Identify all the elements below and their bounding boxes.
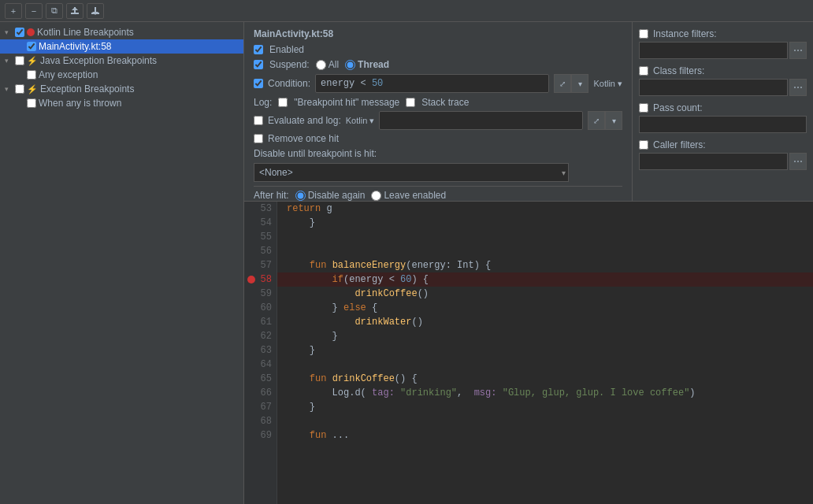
- class-filters-row: Class filters: ⋯: [639, 65, 807, 96]
- evaluate-kotlin-button[interactable]: Kotlin ▾: [346, 116, 375, 126]
- class-filters-label: Class filters:: [653, 65, 704, 76]
- add-breakpoint-button[interactable]: +: [5, 3, 22, 19]
- condition-checkbox[interactable]: [254, 79, 263, 88]
- code-line-67: }: [277, 400, 813, 414]
- caller-filters-checkbox[interactable]: [639, 140, 648, 150]
- tree-group-exception[interactable]: ▾ ⚡ Exception Breakpoints: [0, 82, 243, 96]
- pass-count-row: Pass count:: [639, 102, 807, 133]
- disable-select[interactable]: <None>: [254, 163, 569, 182]
- all-radio-label: All: [316, 59, 339, 70]
- evaluate-input[interactable]: [383, 115, 579, 126]
- log-label: Log:: [254, 97, 272, 108]
- code-line-53: return g: [277, 202, 813, 216]
- breakpoint-hit-checkbox[interactable]: [278, 98, 288, 107]
- stack-trace-checkbox[interactable]: [406, 98, 415, 107]
- filters-panel: Instance filters: ⋯ Class filters:: [632, 22, 813, 201]
- code-line-60: } else {: [277, 301, 813, 315]
- condition-text: energy < 50: [321, 78, 383, 89]
- code-line-58: if(energy < 60) {: [277, 272, 813, 287]
- tree-item-mainactivity[interactable]: MainActivity.kt:58: [0, 39, 243, 54]
- code-line-56: [277, 244, 813, 258]
- breakpoint-indicator: [247, 276, 255, 284]
- breakpoint-title: MainActivity.kt:58: [254, 28, 622, 39]
- code-gutter: 53 54 55 56 57 58 59 60 61 62 63 64 65 6…: [244, 202, 277, 504]
- caller-filters-input[interactable]: [639, 153, 788, 170]
- condition-dropdown-button[interactable]: ▾: [571, 74, 588, 93]
- code-line-57: fun balanceEnergy(energy: Int) {: [277, 258, 813, 272]
- line-56: 56: [244, 244, 277, 258]
- code-line-55: [277, 230, 813, 244]
- evaluate-dropdown-button[interactable]: ▾: [605, 111, 622, 130]
- code-line-69: fun ...: [277, 428, 813, 443]
- svg-rect-0: [71, 13, 79, 14]
- instance-filters-input[interactable]: [639, 42, 788, 59]
- copy-breakpoint-button[interactable]: ⧉: [46, 3, 63, 19]
- svg-marker-2: [72, 7, 78, 10]
- code-line-59: drinkCoffee(): [277, 287, 813, 301]
- class-filters-add-button[interactable]: ⋯: [789, 79, 807, 96]
- code-line-64: [277, 358, 813, 372]
- suspend-checkbox[interactable]: [254, 60, 263, 69]
- line-59: 59: [244, 287, 277, 301]
- eval-actions: ⤢ ▾: [588, 111, 622, 130]
- caller-filters-add-button[interactable]: ⋯: [789, 153, 807, 170]
- leave-enabled-label: Leave enabled: [371, 190, 446, 201]
- mainactivity-label: MainActivity.kt:58: [39, 41, 111, 52]
- line-62: 62: [244, 329, 277, 343]
- leave-enabled-radio[interactable]: [371, 191, 381, 201]
- export-breakpoints-button[interactable]: [66, 3, 84, 19]
- remove-breakpoint-button[interactable]: −: [25, 3, 43, 19]
- mainactivity-checkbox[interactable]: [27, 42, 36, 51]
- java-exception-checkbox[interactable]: [15, 56, 24, 65]
- code-line-54: }: [277, 216, 813, 230]
- evaluate-expand-button[interactable]: ⤢: [588, 111, 605, 130]
- chevron-down-icon: ▾: [5, 28, 13, 36]
- toolbar: + − ⧉: [0, 0, 813, 22]
- tree-group-java-exception[interactable]: ▾ ⚡ Java Exception Breakpoints: [0, 54, 243, 68]
- pass-count-checkbox[interactable]: [639, 103, 648, 113]
- tree-item-when-any-thrown[interactable]: When any is thrown: [0, 96, 243, 110]
- line-55: 55: [244, 230, 277, 244]
- line-58: 58: [244, 272, 277, 287]
- tree-item-any-exception[interactable]: Any exception: [0, 68, 243, 82]
- instance-filters-add-button[interactable]: ⋯: [789, 42, 807, 59]
- instance-filters-label: Instance filters:: [653, 28, 717, 39]
- code-line-63: }: [277, 343, 813, 358]
- pass-count-label: Pass count:: [653, 102, 703, 113]
- disable-until-label: Disable until breakpoint is hit:: [254, 148, 377, 159]
- evaluate-input-wrap: [379, 111, 583, 130]
- evaluate-checkbox[interactable]: [254, 116, 263, 125]
- suspend-label: Suspend:: [269, 59, 310, 70]
- caller-filters-label: Caller filters:: [653, 139, 706, 150]
- exception-bp-label: Exception Breakpoints: [40, 83, 134, 94]
- any-exception-checkbox[interactable]: [27, 70, 36, 80]
- class-filters-checkbox[interactable]: [639, 66, 648, 76]
- code-content[interactable]: return g } fun balanceEnergy(energy: Int…: [277, 202, 813, 504]
- code-line-62: }: [277, 329, 813, 343]
- pass-count-input[interactable]: [639, 116, 807, 133]
- enabled-checkbox[interactable]: [254, 45, 263, 54]
- disable-again-label: Disable again: [295, 190, 366, 201]
- thread-radio[interactable]: [345, 60, 355, 70]
- svg-rect-4: [95, 7, 96, 13]
- instance-filters-checkbox[interactable]: [639, 29, 648, 39]
- condition-expand-button[interactable]: ⤢: [554, 74, 571, 93]
- kotlin-dropdown-button[interactable]: Kotlin ▾: [593, 79, 622, 89]
- instance-filters-row: Instance filters: ⋯: [639, 28, 807, 59]
- line-68: 68: [244, 414, 277, 428]
- import-breakpoints-button[interactable]: [87, 3, 104, 19]
- when-any-thrown-label: When any is thrown: [39, 98, 121, 109]
- caller-filters-row: Caller filters: ⋯: [639, 139, 807, 170]
- all-radio[interactable]: [316, 60, 326, 70]
- class-filters-input[interactable]: [639, 79, 788, 96]
- tree-group-kotlin-line[interactable]: ▾ Kotlin Line Breakpoints: [0, 25, 243, 39]
- code-line-61: drinkWater(): [277, 315, 813, 329]
- kotlin-line-checkbox[interactable]: [15, 28, 24, 37]
- line-69: 69: [244, 428, 277, 443]
- stack-trace-label: Stack trace: [421, 97, 469, 108]
- exception-bp-checkbox[interactable]: [15, 84, 24, 94]
- when-any-thrown-checkbox[interactable]: [27, 98, 36, 108]
- remove-once-hit-checkbox[interactable]: [254, 134, 263, 143]
- disable-again-radio[interactable]: [295, 191, 306, 201]
- thread-radio-label: Thread: [345, 59, 389, 70]
